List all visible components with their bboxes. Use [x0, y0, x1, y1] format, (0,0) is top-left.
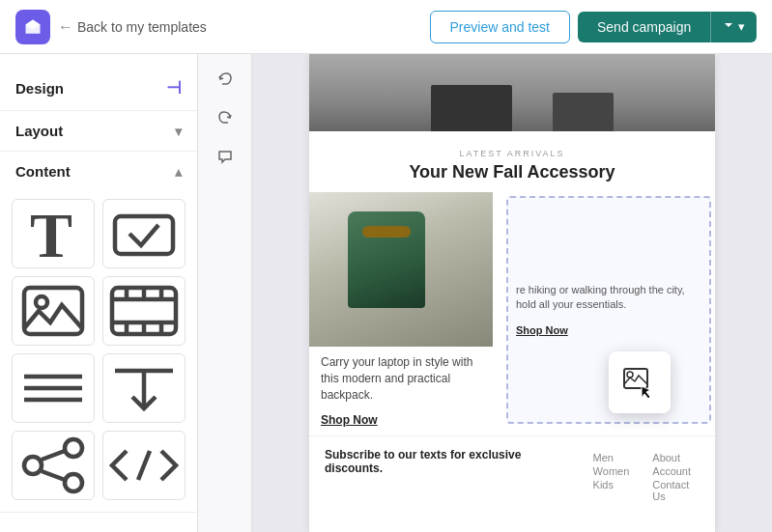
svg-line-25 [138, 451, 150, 480]
design-label: Design [15, 80, 64, 97]
shop-now-left[interactable]: Shop Now [321, 413, 378, 427]
header-left: ← Back to my templates [15, 10, 207, 44]
drag-cursor-box [609, 351, 671, 413]
chevron-down-icon [723, 19, 734, 31]
image-tool[interactable] [12, 276, 95, 346]
undo-icon [216, 70, 234, 88]
footer-content: Subscribe to our texts for exclusive dis… [325, 448, 700, 502]
spacer-tool[interactable] [102, 353, 186, 423]
redo-button[interactable] [208, 100, 243, 135]
design-header[interactable]: Design ⊣ [0, 66, 197, 110]
main-layout: Design ⊣ Layout ▾ Content ▴ T [0, 54, 772, 532]
footer-link-about[interactable]: About [652, 452, 700, 463]
footer-link-account[interactable]: Account [652, 465, 700, 477]
footer-section: Subscribe to our texts for exclusive dis… [309, 435, 715, 514]
logo [15, 10, 50, 44]
canvas: LATEST ARRIVALS Your New Fall Accessory … [252, 54, 772, 532]
html-tool[interactable] [102, 431, 186, 500]
shop-now-right[interactable]: Shop Now [516, 324, 568, 336]
redo-icon [216, 109, 234, 126]
product-row: Carry your laptop in style with this mod… [309, 192, 715, 428]
social-icon [13, 425, 94, 506]
svg-marker-28 [642, 386, 650, 399]
send-campaign-group: Send campaign ▾ [578, 12, 757, 42]
cursor-icon [103, 193, 185, 274]
layout-chevron-icon: ▾ [175, 124, 182, 139]
image-icon [13, 270, 94, 351]
divider-tool[interactable] [12, 353, 95, 423]
svg-point-22 [65, 474, 82, 491]
content-section: Content ▴ T [0, 152, 197, 513]
footer-links: Men Women Kids About Account Contact Us [593, 452, 700, 502]
svg-point-21 [65, 439, 82, 457]
svg-rect-3 [115, 216, 173, 254]
svg-rect-4 [24, 288, 82, 334]
footer-col-1: Men Women Kids [593, 452, 630, 502]
product-description: Carry your laptop in style with this mod… [321, 354, 491, 403]
back-arrow-icon: ← [58, 18, 73, 36]
footer-link-kids[interactable]: Kids [593, 479, 630, 490]
section-header: LATEST ARRIVALS Your New Fall Accessory [309, 131, 715, 182]
undo-button[interactable] [208, 62, 243, 97]
tools-bar [198, 54, 252, 532]
film-icon [103, 270, 185, 351]
divider-icon [13, 348, 94, 429]
content-chevron-icon: ▴ [175, 164, 182, 180]
svg-point-20 [24, 457, 42, 474]
layout-label: Layout [15, 123, 63, 139]
back-label: Back to my templates [77, 19, 207, 35]
tools-grid: T [0, 191, 197, 512]
text-icon: T [13, 193, 94, 274]
hero-image [309, 54, 715, 131]
section-label: LATEST ARRIVALS [325, 149, 700, 158]
send-campaign-button[interactable]: Send campaign [578, 12, 710, 42]
header-right: Preview and test Send campaign ▾ [430, 11, 758, 43]
svg-point-5 [36, 296, 47, 308]
drag-cursor-overlay [609, 351, 671, 413]
svg-text:T: T [30, 200, 72, 270]
footer-subscribe-text: Subscribe to our texts for exclusive dis… [325, 448, 570, 475]
content-header[interactable]: Content ▴ [0, 152, 197, 191]
comment-button[interactable] [208, 139, 243, 174]
email-title: Your New Fall Accessory [325, 162, 700, 182]
comment-icon [216, 148, 234, 165]
button-tool[interactable] [102, 199, 186, 268]
content-label: Content [15, 163, 71, 180]
text-tool[interactable]: T [12, 199, 95, 268]
svg-line-24 [42, 471, 65, 480]
footer-link-men[interactable]: Men [593, 452, 630, 463]
preview-button[interactable]: Preview and test [430, 11, 571, 43]
footer-col-2: About Account Contact Us [652, 452, 700, 502]
product-left: Carry your laptop in style with this mod… [309, 192, 502, 428]
email-preview: LATEST ARRIVALS Your New Fall Accessory … [309, 54, 715, 532]
footer-link-women[interactable]: Women [593, 465, 630, 477]
bag-image [309, 192, 493, 347]
drag-cursor-icon [622, 365, 657, 400]
send-dropdown-button[interactable]: ▾ [710, 12, 757, 42]
video-tool[interactable] [102, 276, 186, 346]
product-right-content: re hiking or walking through the city, h… [508, 275, 709, 346]
layout-section: Layout ▾ [0, 111, 197, 152]
sidebar: Design ⊣ Layout ▾ Content ▴ T [0, 54, 198, 532]
product-text-left: Carry your laptop in style with this mod… [309, 347, 502, 428]
product-right-desc: re hiking or walking through the city, h… [516, 283, 701, 313]
html-icon [103, 425, 185, 506]
social-tool[interactable] [12, 431, 95, 500]
logo-icon [23, 17, 43, 37]
design-section: Design ⊣ [0, 66, 197, 111]
header: ← Back to my templates Preview and test … [0, 0, 772, 54]
collapse-icon: ⊣ [166, 77, 182, 98]
svg-rect-26 [624, 369, 647, 388]
back-link[interactable]: ← Back to my templates [58, 18, 207, 36]
svg-line-23 [42, 451, 65, 460]
spacer-icon [103, 348, 185, 429]
layout-header[interactable]: Layout ▾ [0, 111, 197, 151]
footer-link-contact[interactable]: Contact Us [652, 479, 700, 502]
